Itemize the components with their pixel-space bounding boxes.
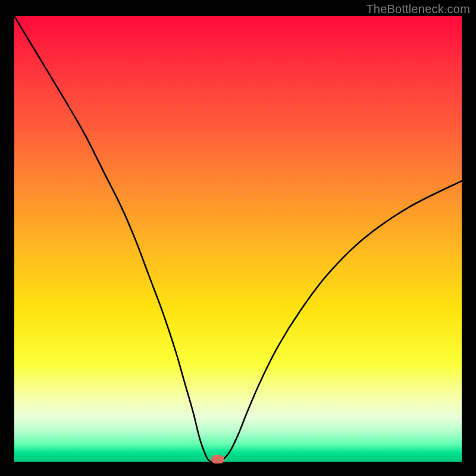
optimal-marker: [211, 455, 224, 464]
bottleneck-curve: [14, 16, 462, 462]
plot-area: [14, 16, 462, 462]
watermark-text: TheBottleneck.com: [366, 2, 470, 16]
chart-frame: TheBottleneck.com: [0, 0, 476, 476]
